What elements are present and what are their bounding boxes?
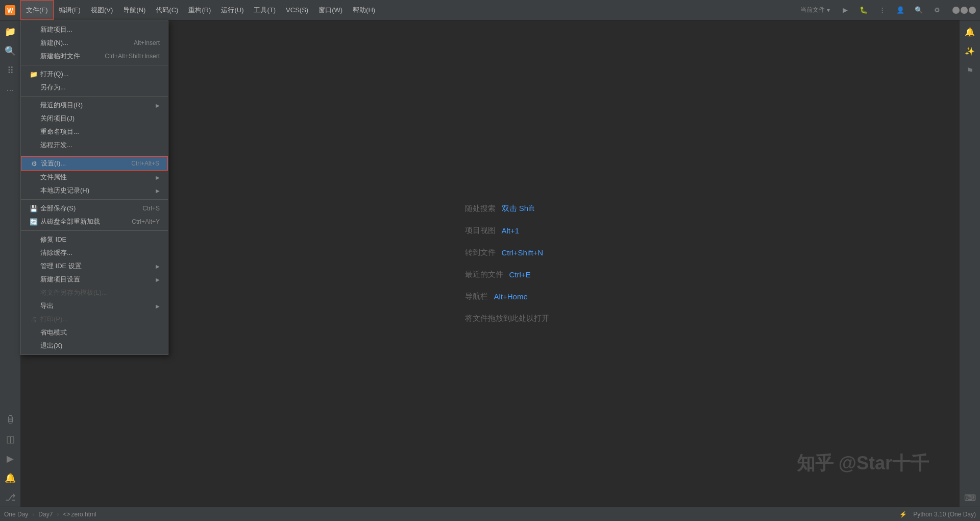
search-everywhere-btn[interactable]: 🔍 <box>912 3 926 17</box>
menu-close-project[interactable]: 关闭项目(J) <box>21 112 168 125</box>
submenu-arrow-3: ▶ <box>156 188 160 194</box>
profile-btn[interactable]: 👤 <box>893 3 908 17</box>
sidebar-icon-notifications[interactable]: 🔔 <box>1 469 19 487</box>
more-btn[interactable]: ⋮ <box>875 3 889 17</box>
maximize-btn[interactable]: □ <box>961 7 968 14</box>
folder-icon: 📁 <box>29 70 38 78</box>
sidebar-icon-more[interactable]: ··· <box>1 81 19 99</box>
menu-print: 🖨 打印(P)... <box>21 313 168 326</box>
breadcrumb-oneday[interactable]: One Day <box>4 511 28 518</box>
hint-navbar: 导航栏 Alt+Home <box>465 292 549 301</box>
submenu-arrow-4: ▶ <box>156 264 160 269</box>
breadcrumb-day7[interactable]: Day7 <box>38 511 53 518</box>
sidebar-icon-git[interactable]: ⎇ <box>1 488 19 507</box>
menu-refactor[interactable]: 重构(R) <box>183 0 216 20</box>
menu-reload-disk[interactable]: 🔄 从磁盘全部重新加载 Ctrl+Alt+Y <box>21 215 168 228</box>
menu-file[interactable]: 文件(F) <box>20 0 54 20</box>
titlebar: W 文件(F) 编辑(E) 视图(V) 导航(N) 代码(C) 重构(R) 运行… <box>0 0 980 20</box>
debug-btn[interactable]: 🐛 <box>856 3 871 17</box>
right-sidebar: 🔔 ✨ ⚑ ⌨ <box>960 20 980 507</box>
breadcrumb-file[interactable]: <>zero.html <box>63 511 96 518</box>
sidebar-icons: 📁 🔍 ⠿ ··· 🛢 ◫ ▶ 🔔 ⎇ <box>0 20 20 507</box>
close-btn[interactable]: ✕ <box>969 7 976 14</box>
separator-5 <box>21 230 168 231</box>
menu-view[interactable]: 视图(V) <box>86 0 118 20</box>
menu-power-save[interactable]: 省电模式 <box>21 326 168 339</box>
separator-2 <box>21 96 168 97</box>
right-icon-bookmark[interactable]: ⚑ <box>961 61 979 80</box>
window-controls: — □ ✕ <box>952 7 976 14</box>
menu-tools[interactable]: 工具(T) <box>249 0 281 20</box>
menu-bar: 文件(F) 编辑(E) 视图(V) 导航(N) 代码(C) 重构(R) 运行(U… <box>20 0 796 20</box>
menu-new-temp[interactable]: 新建临时文件 Ctrl+Alt+Shift+Insert <box>21 50 168 63</box>
print-icon: 🖨 <box>29 316 38 323</box>
sidebar-icon-database[interactable]: 🛢 <box>1 411 19 429</box>
center-hints: 随处搜索 双击 Shift 项目视图 Alt+1 转到文件 Ctrl+Shift… <box>465 204 549 323</box>
menu-local-history[interactable]: 本地历史记录(H) ▶ <box>21 184 168 197</box>
reload-icon: 🔄 <box>29 218 38 226</box>
menu-run[interactable]: 运行(U) <box>216 0 249 20</box>
settings-gear-icon: ⚙ <box>30 160 39 168</box>
separator-3 <box>21 154 168 154</box>
right-icon-terminal[interactable]: ⌨ <box>961 488 979 507</box>
file-menu-dropdown: 新建项目... 新建(N)... Alt+Insert 新建临时文件 Ctrl+… <box>20 20 168 355</box>
separator-1 <box>21 65 168 65</box>
menu-repair-ide[interactable]: 修复 IDE <box>21 233 168 246</box>
hint-drop-file: 将文件拖放到此处以打开 <box>465 314 549 323</box>
menu-code[interactable]: 代码(C) <box>151 0 183 20</box>
statusbar-right: ⚡ Python 3.10 (One Day) <box>899 511 976 518</box>
sidebar-icon-plugins[interactable]: ⠿ <box>1 61 19 80</box>
separator-4 <box>21 199 168 200</box>
menu-new-project[interactable]: 新建项目... <box>21 23 168 36</box>
submenu-arrow-6: ▶ <box>156 303 160 309</box>
menu-export[interactable]: 导出 ▶ <box>21 299 168 313</box>
right-icon-ai[interactable]: ✨ <box>961 42 979 60</box>
save-all-icon: 💾 <box>29 205 38 212</box>
menu-open[interactable]: 📁 打开(Q)... <box>21 67 168 81</box>
menu-save-as[interactable]: 另存为... <box>21 81 168 94</box>
statusbar: One Day › Day7 › <>zero.html ⚡ Python 3.… <box>0 507 980 521</box>
run-btn[interactable]: ▶ <box>838 3 852 17</box>
menu-save-all[interactable]: 💾 全部保存(S) Ctrl+S <box>21 202 168 215</box>
menu-help[interactable]: 帮助(H) <box>348 0 380 20</box>
hint-project: 项目视图 Alt+1 <box>465 226 549 235</box>
sidebar-icon-search[interactable]: 🔍 <box>1 42 19 60</box>
menu-edit[interactable]: 编辑(E) <box>54 0 86 20</box>
current-file-btn[interactable]: 当前文件 ▾ <box>796 4 834 16</box>
statusbar-python-info[interactable]: Python 3.10 (One Day) <box>913 511 976 518</box>
submenu-arrow: ▶ <box>156 103 160 108</box>
chevron-down-icon: ▾ <box>827 7 830 14</box>
menu-new[interactable]: 新建(N)... Alt+Insert <box>21 36 168 50</box>
menu-recent-projects[interactable]: 最近的项目(R) ▶ <box>21 99 168 112</box>
menu-window[interactable]: 窗口(W) <box>313 0 348 20</box>
menu-file-props[interactable]: 文件属性 ▶ <box>21 171 168 184</box>
menu-exit[interactable]: 退出(X) <box>21 339 168 352</box>
sidebar-icon-run[interactable]: ▶ <box>1 449 19 468</box>
menu-new-project-settings[interactable]: 新建项目设置 ▶ <box>21 273 168 286</box>
watermark: 知乎 @Star十千 <box>797 451 929 476</box>
settings-btn[interactable]: ⚙ <box>930 3 944 17</box>
menu-rename-project[interactable]: 重命名项目... <box>21 125 168 138</box>
svg-text:W: W <box>7 7 13 14</box>
minimize-btn[interactable]: — <box>952 7 960 14</box>
menu-remote-dev[interactable]: 远程开发... <box>21 138 168 152</box>
sidebar-icon-layers[interactable]: ◫ <box>1 430 19 448</box>
statusbar-icon[interactable]: ⚡ <box>899 511 907 518</box>
statusbar-left: One Day › Day7 › <>zero.html <box>4 511 96 518</box>
menu-vcs[interactable]: VCS(S) <box>281 0 313 20</box>
app-logo: W <box>0 0 20 20</box>
submenu-arrow-5: ▶ <box>156 277 160 282</box>
menu-manage-ide-settings[interactable]: 管理 IDE 设置 ▶ <box>21 259 168 273</box>
submenu-arrow-2: ▶ <box>156 175 160 180</box>
menu-navigate[interactable]: 导航(N) <box>118 0 151 20</box>
sidebar-icon-folder[interactable]: 📁 <box>1 22 19 41</box>
hint-goto-file: 转到文件 Ctrl+Shift+N <box>465 248 549 257</box>
hint-recent-files: 最近的文件 Ctrl+E <box>465 270 549 279</box>
menu-settings[interactable]: ⚙ 设置(I)... Ctrl+Alt+S <box>21 156 168 171</box>
titlebar-right: 当前文件 ▾ ▶ 🐛 ⋮ 👤 🔍 ⚙ — □ ✕ <box>796 3 980 17</box>
right-icon-notifications[interactable]: 🔔 <box>961 22 979 41</box>
menu-clear-caches[interactable]: 清除缓存... <box>21 246 168 259</box>
menu-save-as-template: 将文件另存为模板(L)... <box>21 286 168 299</box>
hint-search: 随处搜索 双击 Shift <box>465 204 549 214</box>
